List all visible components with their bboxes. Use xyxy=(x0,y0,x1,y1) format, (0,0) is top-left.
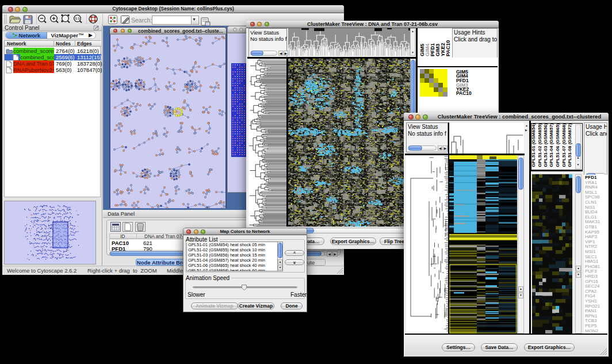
svg-text:1:1: 1:1 xyxy=(75,17,80,20)
